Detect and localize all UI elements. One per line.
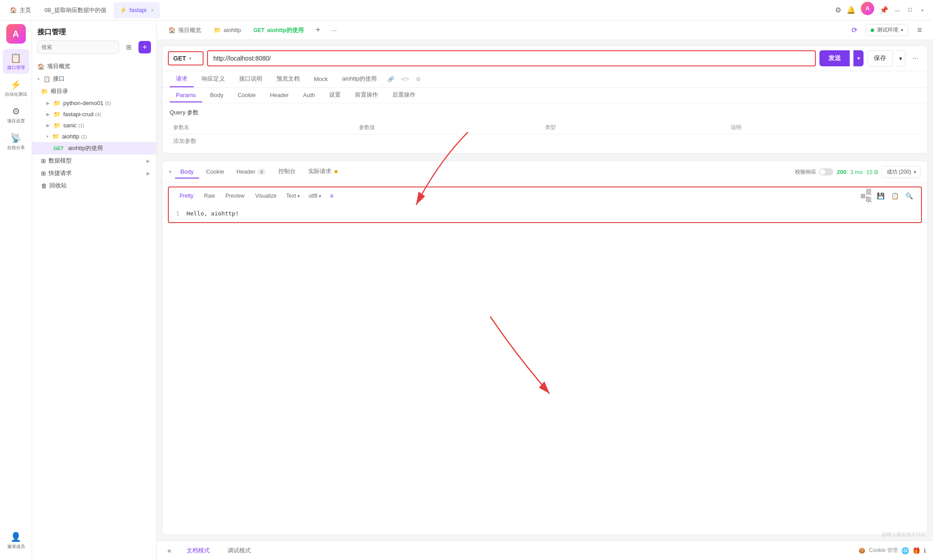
format-tab-raw[interactable]: Raw xyxy=(200,191,219,201)
main-tab-overview[interactable]: 🏠 项目概览 xyxy=(164,24,206,37)
verify-success-badge[interactable]: 成功 (200) ▾ xyxy=(882,166,921,178)
response-section: ▾ Body Cookie Header 4 控制台 实际请求 校验响应 xyxy=(162,161,928,535)
tree-interface[interactable]: ▾ 📋 接口 xyxy=(32,73,156,85)
tree-quick-request[interactable]: ⊞ 快捷请求 ▶ xyxy=(32,167,156,179)
tree-python-demo01[interactable]: ▶ 📁 python-demo01 (5) xyxy=(32,97,156,109)
title-bar-tabs: 🏠 主页 08_提取响应数据中的值 ⚡ fastapi × xyxy=(4,2,835,18)
bottom-tab-doc[interactable]: 文档模式 xyxy=(180,544,216,557)
save-dropdown-button[interactable]: ▾ xyxy=(896,50,905,66)
tab-home[interactable]: 🏠 主页 xyxy=(4,2,37,18)
main-menu-button[interactable]: ≡ xyxy=(913,24,926,37)
avatar[interactable]: A xyxy=(861,2,874,15)
main-tab-bar: 🏠 项目概览 📁 aiohttp GET aiohttp的使用 + ··· ⟳ xyxy=(157,20,933,40)
req-tab-response-def[interactable]: 响应定义 xyxy=(196,71,231,87)
more-options-button[interactable]: ··· xyxy=(909,50,922,66)
maximize-button[interactable]: ☐ xyxy=(906,7,913,14)
app-layout: A 📋 接口管理 ⚡ 自动化测试 ⚙ 项目设置 📡 在线分享 👤 邀请成员 xyxy=(0,20,933,560)
tab-fastapi[interactable]: ⚡ fastapi × xyxy=(114,2,160,18)
req-tab-api-desc[interactable]: 接口说明 xyxy=(233,71,269,87)
minimize-button[interactable]: — xyxy=(894,7,901,14)
sync-button[interactable]: ⟳ xyxy=(848,24,860,37)
sidebar-item-member[interactable]: 👤 邀请成员 xyxy=(3,528,29,553)
req-tab-request[interactable]: 请求 xyxy=(170,71,194,87)
collapse-response-icon[interactable]: ▾ xyxy=(169,169,171,175)
add-param-button[interactable]: 添加参数 xyxy=(170,134,200,148)
send-dropdown-button[interactable]: ▾ xyxy=(853,50,864,66)
verify-toggle-switch[interactable] xyxy=(819,168,833,175)
bottom-tab-debug[interactable]: 调试模式 xyxy=(221,544,257,557)
arrow-icon-data: ▶ xyxy=(147,158,150,163)
folder-icon-root: 📁 xyxy=(41,88,48,95)
sub-tab-pre-op[interactable]: 前置操作 xyxy=(349,88,384,103)
sub-tab-params[interactable]: Params xyxy=(170,89,202,102)
format-align-button[interactable]: ≡ xyxy=(326,191,337,201)
format-tab-preview[interactable]: Preview xyxy=(221,191,249,201)
sidebar-item-share[interactable]: 📡 在线分享 xyxy=(3,129,29,154)
tree-sanic[interactable]: ▶ 📁 sanic (1) xyxy=(32,120,156,131)
sidebar-item-interface[interactable]: 📋 接口管理 xyxy=(3,49,29,74)
save-button[interactable]: 保存 xyxy=(867,50,893,66)
send-button[interactable]: 发送 xyxy=(819,50,850,66)
resp-tab-body[interactable]: Body xyxy=(175,166,199,179)
extract-button[interactable]: ⊞ 提取 xyxy=(860,190,872,202)
req-tab-mock[interactable]: Mock xyxy=(308,72,334,87)
sub-tab-post-op[interactable]: 后置操作 xyxy=(386,88,422,103)
sidebar-tree: 🏠 项目概览 ▾ 📋 接口 📁 根目录 ▶ 📁 python-demo01 (5… xyxy=(32,58,156,560)
main-tab-get[interactable]: GET aiohttp的使用 xyxy=(249,24,308,37)
download-button[interactable]: 💾 xyxy=(875,190,886,202)
close-button[interactable]: × xyxy=(919,7,926,14)
status-time: 3 ms xyxy=(850,169,863,175)
sidebar-item-project[interactable]: ⚙ 项目设置 xyxy=(3,102,29,127)
pin-icon[interactable]: 📌 xyxy=(880,6,888,14)
tab-file[interactable]: 08_提取响应数据中的值 xyxy=(38,2,113,18)
arrow-icon: ▾ xyxy=(37,77,40,81)
tree-overview[interactable]: 🏠 项目概览 xyxy=(32,60,156,73)
sidebar-item-auto[interactable]: ⚡ 自动化测试 xyxy=(3,76,29,101)
method-selector[interactable]: GET ▾ xyxy=(168,51,204,65)
collapse-button[interactable]: « xyxy=(164,547,175,555)
tree-data-model[interactable]: ⊞ 数据模型 ▶ xyxy=(32,154,156,167)
resp-tab-actual-req[interactable]: 实际请求 xyxy=(303,165,343,179)
env-selector[interactable]: 测试环境 ▾ xyxy=(866,24,908,36)
tree-recycle[interactable]: 🗑 回收站 xyxy=(32,179,156,192)
tree-root[interactable]: 📁 根目录 xyxy=(32,85,156,97)
url-input[interactable] xyxy=(207,50,816,66)
tree-fastapi-crud[interactable]: ▶ 📁 fastapi-crud (4) xyxy=(32,109,156,120)
add-button[interactable]: + xyxy=(139,41,151,53)
copy-button[interactable]: 📋 xyxy=(889,190,900,202)
filter-button[interactable]: ⊞ xyxy=(122,41,135,53)
main-area: 🏠 项目概览 📁 aiohttp GET aiohttp的使用 + ··· ⟳ xyxy=(157,20,933,560)
settings-icon[interactable]: ⚙ xyxy=(835,6,841,14)
main-tab-aiohttp[interactable]: 📁 aiohttp xyxy=(209,24,245,36)
bell-icon[interactable]: 🔔 xyxy=(847,6,856,14)
sub-tab-header[interactable]: Header xyxy=(264,89,295,102)
sub-tab-settings[interactable]: 设置 xyxy=(323,88,347,103)
sub-tab-cookie[interactable]: Cookie xyxy=(231,89,261,102)
req-tab-preview-doc[interactable]: 预览文档 xyxy=(270,71,306,87)
sub-tab-body[interactable]: Body xyxy=(204,89,230,102)
add-tab-button[interactable]: + xyxy=(312,24,324,37)
section-divider[interactable]: ··· xyxy=(157,154,933,157)
format-type-selector[interactable]: Text ▾ xyxy=(283,191,303,201)
search-input[interactable] xyxy=(37,41,119,54)
copy-icon: 📋 xyxy=(891,192,899,199)
search-button[interactable]: 🔍 xyxy=(903,190,915,202)
resp-tab-cookie[interactable]: Cookie xyxy=(201,166,229,179)
sub-tab-auth[interactable]: Auth xyxy=(297,89,322,102)
req-tab-aiohttp-usage[interactable]: aiohttp的使用 xyxy=(336,71,383,87)
resp-tab-header[interactable]: Header 4 xyxy=(231,166,271,179)
tree-aiohttp[interactable]: ▾ 📁 aiohttp (1) xyxy=(32,131,156,142)
cookie-manager-link[interactable]: Cookie 管理 xyxy=(869,547,898,554)
resp-tab-console[interactable]: 控制台 xyxy=(273,165,301,179)
encoding-selector[interactable]: utf8 ▾ xyxy=(305,191,325,201)
format-tab-pretty[interactable]: Pretty xyxy=(175,191,198,201)
more-tabs-button[interactable]: ··· xyxy=(328,24,340,37)
app-logo: A xyxy=(6,24,26,44)
extract-icon: ⊞ xyxy=(860,192,866,199)
tab-close-icon[interactable]: × xyxy=(151,8,154,13)
bottom-bar: « 文档模式 调试模式 🍪 Cookie 管理 🌐 🎁 ℹ xyxy=(157,540,933,560)
arrow-icon-fastapi: ▶ xyxy=(46,112,50,117)
tree-aiohttp-item[interactable]: GET aiohttp的使用 xyxy=(32,142,156,154)
response-status: 200 3 ms 15 B xyxy=(837,169,878,175)
format-tab-visualize[interactable]: Visualize xyxy=(251,191,281,201)
